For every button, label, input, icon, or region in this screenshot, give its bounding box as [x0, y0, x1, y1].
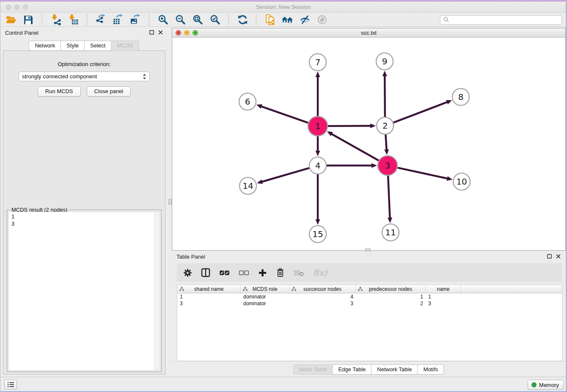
graph-edge-1-2[interactable]: [328, 126, 371, 126]
hide-network-eye-icon[interactable]: [299, 14, 311, 26]
main-toolbar: [0, 13, 567, 27]
deselect-all-icon[interactable]: [239, 269, 249, 276]
graph-edge-3-10[interactable]: [397, 168, 448, 179]
toolbar-separator: [87, 14, 87, 25]
memory-button[interactable]: Memory: [528, 380, 564, 390]
close-panel-icon[interactable]: [556, 254, 561, 259]
task-list-button[interactable]: [4, 380, 17, 389]
tab-network-table[interactable]: Network Table: [371, 364, 418, 375]
table-row[interactable]: 1dominator411: [177, 293, 562, 300]
export-image-icon[interactable]: [129, 14, 141, 26]
tab-network[interactable]: Network: [29, 41, 61, 51]
table-cell[interactable]: 1: [177, 293, 241, 300]
graph-node-label: 9: [382, 56, 388, 66]
mcds-result-text[interactable]: 1 3: [9, 212, 160, 228]
graph-edge-2-3[interactable]: [385, 135, 386, 150]
select-all-icon[interactable]: [219, 269, 230, 276]
zoom-in-icon[interactable]: [157, 14, 169, 26]
graph-edge-arrowhead: [372, 163, 377, 168]
table-cell[interactable]: 4: [289, 293, 356, 300]
trash-icon[interactable]: [276, 268, 285, 277]
mcds-result-box: MCDS result (2 nodes) 1 3: [7, 210, 162, 372]
control-panel: Control Panel NetworkStyleSelectMCDS Opt…: [0, 27, 168, 377]
table-panel-title: Table Panel: [176, 254, 205, 260]
table-cell[interactable]: dominator: [241, 293, 289, 300]
tab-edge-table[interactable]: Edge Table: [332, 364, 372, 375]
criterion-value: strongly connected component: [22, 73, 97, 80]
gear-icon[interactable]: [183, 268, 192, 277]
table-cell[interactable]: 1: [356, 293, 426, 300]
column-header-predecessor-nodes[interactable]: predecessor nodes: [356, 285, 426, 293]
splitter-grip-horizontal[interactable]: [365, 248, 371, 251]
graph-edge-2-8[interactable]: [394, 102, 448, 123]
tab-select[interactable]: Select: [84, 41, 111, 51]
tab-motifs[interactable]: Motifs: [417, 364, 444, 375]
float-panel-icon[interactable]: [547, 254, 552, 259]
graph-edge-3-1[interactable]: [331, 134, 379, 161]
network-view-titlebar[interactable]: × − + scc.txt: [172, 28, 565, 38]
column-header-name[interactable]: name: [426, 285, 461, 293]
zoom-out-icon[interactable]: [174, 14, 186, 26]
graph-edge-1-6[interactable]: [261, 106, 308, 123]
export-table-icon[interactable]: [112, 14, 124, 26]
columns-icon[interactable]: [201, 268, 210, 277]
graph-edge-4-14[interactable]: [261, 168, 309, 182]
graph-node-label: 1: [315, 121, 321, 131]
search-icon: [443, 17, 449, 23]
table-cell[interactable]: 1: [426, 293, 461, 300]
table-panel: Table Panel f(x) sha: [172, 251, 566, 377]
open-file-icon[interactable]: [5, 14, 17, 26]
graph-node-label: 3: [385, 160, 391, 171]
graph-edge-arrowhead: [316, 219, 320, 225]
column-type-icon: [358, 287, 363, 291]
graph-edge-3-11[interactable]: [388, 176, 390, 218]
close-panel-icon[interactable]: [158, 30, 163, 35]
window-title: Session: New Session: [0, 4, 567, 10]
result-scrollbar[interactable]: [154, 212, 160, 370]
criterion-select[interactable]: strongly connected component: [19, 72, 150, 81]
add-icon[interactable]: [258, 268, 267, 277]
memory-status-icon: [531, 382, 537, 387]
table-cell[interactable]: 3: [426, 300, 461, 307]
mcds-panel: Optimization criterion: strongly connect…: [3, 50, 165, 375]
refresh-icon[interactable]: [237, 14, 248, 26]
network-view-window: × − + scc.txt 1234678910111415: [172, 28, 566, 251]
column-header-successor-nodes[interactable]: successor nodes: [289, 285, 356, 293]
graph-node-label: 15: [312, 229, 323, 239]
column-header-shared-name[interactable]: shared name: [177, 285, 241, 293]
graph-edge-arrowhead: [316, 151, 320, 156]
export-network-icon[interactable]: [95, 14, 107, 26]
search-input[interactable]: [451, 17, 559, 23]
function-icon: f(x): [313, 268, 327, 277]
network-canvas[interactable]: 1234678910111415: [172, 38, 565, 250]
graph-node-label: 6: [245, 97, 250, 107]
graph-edge-2-9[interactable]: [385, 75, 385, 117]
import-network-icon[interactable]: [50, 14, 62, 26]
float-panel-icon[interactable]: [149, 30, 154, 35]
network-graph[interactable]: 1234678910111415: [172, 38, 565, 251]
search-box[interactable]: [440, 15, 562, 25]
run-mcds-button[interactable]: Run MCDS: [38, 86, 81, 97]
table-row[interactable]: 3dominator323: [177, 300, 562, 307]
splitter-grip-vertical[interactable]: [168, 199, 172, 204]
import-table-icon[interactable]: [67, 14, 79, 26]
zoom-fit-icon[interactable]: [192, 14, 204, 26]
duplicate-network-icon[interactable]: [264, 14, 276, 26]
graph-edge-arrowhead: [384, 149, 389, 155]
save-session-icon[interactable]: [22, 14, 34, 26]
table-cell[interactable]: 2: [356, 300, 426, 307]
table-header: shared nameMCDS rolesuccessor nodesprede…: [177, 285, 562, 293]
close-panel-button[interactable]: Close panel: [87, 86, 131, 97]
network-eye-disabled-icon[interactable]: [316, 14, 328, 26]
zoom-selected-icon[interactable]: [209, 14, 221, 26]
table-cell[interactable]: dominator: [241, 300, 289, 307]
tab-mcds[interactable]: MCDS: [111, 41, 139, 51]
tab-node-table[interactable]: Node Table: [293, 364, 333, 375]
column-type-icon: [292, 287, 296, 291]
status-bar: Memory: [0, 377, 567, 392]
tab-style[interactable]: Style: [61, 41, 85, 51]
table-cell[interactable]: 3: [289, 300, 356, 307]
table-cell[interactable]: 3: [177, 300, 241, 307]
home-icon[interactable]: [281, 14, 293, 26]
column-header-MCDS-role[interactable]: MCDS role: [241, 285, 289, 293]
